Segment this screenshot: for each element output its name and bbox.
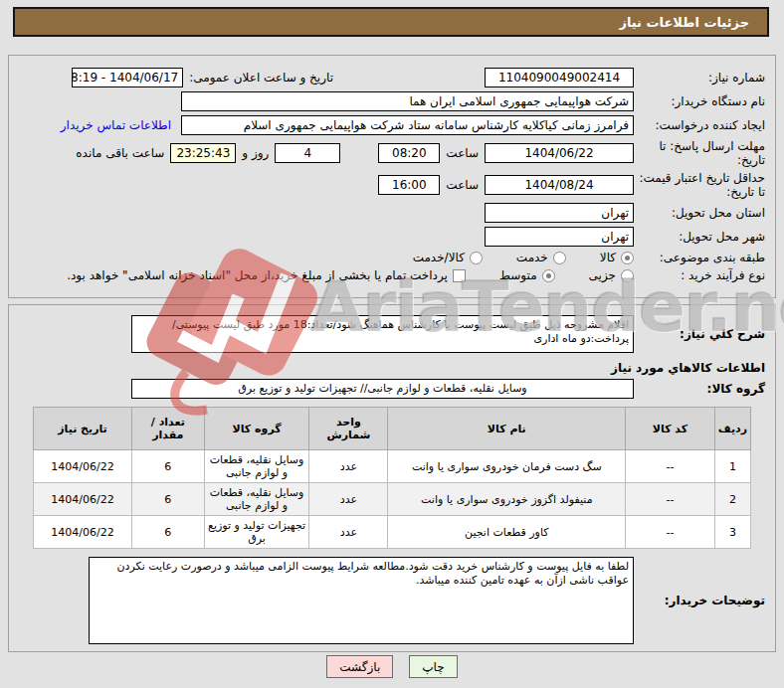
col-header-quantity: تعداد / مقدار [131,408,204,450]
page-title: جزئیات اطلاعات نیاز [619,15,749,30]
col-header-group: گروه کالا [204,408,309,450]
creator-input[interactable]: فرامرز زمانی کیاکلایه کارشناس سامانه ستا… [181,115,634,135]
process-option-minor[interactable]: جزیی [589,268,634,282]
description-row: شرح کلي نیاز: اقلام مشروحه ذیل طبق لیست … [19,315,765,353]
radio-service-icon[interactable] [553,252,566,264]
need-number-row: شماره نیاز: 1104090049002414 تاریخ و ساع… [19,68,765,87]
cell-unit: عدد [309,450,388,483]
cell-need-date: 1404/06/22 [34,516,132,549]
classification-option-service-label: خدمت [516,251,548,264]
province-row: استان محل تحویل: تهران [19,203,765,223]
col-header-row-number: ردیف [714,408,750,450]
cell-row-number: 3 [714,516,750,549]
cell-item-name: سگ دست فرمان خودروی سواری یا وانت [388,450,626,483]
classification-option-goods-service-label: کالا/خدمت [413,251,465,264]
process-option-medium[interactable]: متوسط [499,268,555,282]
deadline-date-input[interactable]: 1404/06/22 [485,143,634,163]
announcement-input[interactable]: 1404/06/17 - 08:19 [72,68,183,87]
creator-row: ایجاد کننده درخواست: فرامرز زمانی کیاکلا… [19,115,765,135]
goods-section-title: اطلاعات کالاهاي مورد نیاز [19,361,765,375]
tender-details-page: { "title_bar": { "title": "جزئیات اطلاعا… [0,0,784,688]
price-validity-label: حداقل تاریخ اعتبار قیمت: تا تاریخ: [634,171,765,199]
description-label: شرح کلي نیاز: [634,327,765,341]
city-input[interactable]: تهران [485,227,634,247]
cell-unit: عدد [309,516,388,549]
price-validity-hour-label: ساعت [446,178,479,192]
col-header-item-code: کد کالا [626,408,715,450]
process-type-label: نوع فرآیند خرید : [634,268,765,282]
cell-unit: عدد [309,483,388,516]
cell-row-number: 1 [714,450,750,483]
deadline-time-input[interactable]: 08:20 [378,143,440,163]
table-row: 3 -- کاور قطعات انجین عدد تجهیزات تولید … [34,516,751,549]
creator-label: ایجاد کننده درخواست: [634,118,765,132]
treasury-checkbox-icon[interactable] [453,269,466,282]
classification-label: طبقه بندی موضوعی: [634,251,765,264]
cell-item-name: کاور قطعات انجین [388,516,626,549]
cell-item-name: منیفولد اگزوز خودروی سواری یا وانت [388,483,626,516]
classification-option-goods-label: کالا [600,251,616,264]
radio-medium-icon[interactable] [542,269,555,282]
page-title-bar: جزئیات اطلاعات نیاز [13,7,769,37]
cell-need-date: 1404/06/22 [34,483,132,516]
radio-minor-icon[interactable] [621,269,634,282]
deadline-hour-label: ساعت [446,146,479,160]
remaining-days-input[interactable]: 4 [275,143,340,163]
print-button[interactable]: چاپ [409,655,457,678]
price-validity-date-input[interactable]: 1404/08/24 [485,175,634,195]
cell-need-date: 1404/06/22 [34,450,132,483]
classification-row: طبقه بندی موضوعی: کالا خدمت کالا/خدمت [19,251,765,264]
buyer-notes-label: توضیحات خریدار: [634,594,765,607]
col-header-need-date: تاریخ نیاز [34,408,132,450]
cell-group: تجهیزات تولید و توزیع برق [204,516,309,549]
classification-option-goods-service[interactable]: کالا/خدمت [413,251,483,264]
province-input[interactable]: تهران [485,203,634,223]
goods-info-section: شرح کلي نیاز: اقلام مشروحه ذیل طبق لیست … [8,304,776,652]
deadline-label: مهلت ارسال پاسخ: تا تاریخ: [634,139,765,167]
description-textarea[interactable]: اقلام مشروحه ذیل طبق لیست پیوست با کارشن… [131,315,634,353]
goods-table-header-row: ردیف کد کالا نام کالا واحد شمارش گروه کا… [34,408,751,450]
price-validity-time-input[interactable]: 16:00 [378,175,440,195]
cell-group: وسایل نقلیه، قطعات و لوازم جانبی [204,450,309,483]
process-option-minor-label: جزیی [589,268,616,282]
goods-table: ردیف کد کالا نام کالا واحد شمارش گروه کا… [33,407,751,549]
process-option-medium-label: متوسط [499,268,537,282]
city-label: شهر محل تحویل: [634,230,765,244]
general-info-section: شماره نیاز: 1104090049002414 تاریخ و ساع… [8,55,776,298]
buyer-notes-textarea[interactable]: لطفا به فایل پیوست و کارشناس خرید دقت شو… [89,557,634,644]
col-header-item-name: نام کالا [388,408,626,450]
remaining-label: ساعت باقی مانده [76,146,164,160]
buyer-notes-row: توضیحات خریدار: لطفا به فایل پیوست و کار… [19,557,765,644]
deadline-row: مهلت ارسال پاسخ: تا تاریخ: 1404/06/22 سا… [19,139,765,167]
cell-quantity: 6 [131,483,204,516]
cell-group: وسایل نقلیه، قطعات و لوازم جانبی [204,483,309,516]
need-number-input[interactable]: 1104090049002414 [485,68,634,87]
action-buttons: چاپ بازگشت [0,655,784,678]
treasury-payment-label: پرداخت تمام یا بخشی از مبلغ خرید،از محل … [67,268,448,282]
need-number-label: شماره نیاز: [634,71,765,85]
buyer-contact-link[interactable]: اطلاعات تماس خریدار [61,118,171,132]
col-header-unit: واحد شمارش [309,408,388,450]
buyer-org-row: نام دستگاه خریدار: شرکت هواپیمایی جمهوری… [19,91,765,111]
buyer-org-label: نام دستگاه خریدار: [634,94,765,108]
days-and-label: روز و [242,146,269,160]
buyer-org-input[interactable]: شرکت هواپیمایی جمهوری اسلامی ایران هما [181,91,634,111]
cell-row-number: 2 [714,483,750,516]
radio-goods-service-icon[interactable] [470,252,483,264]
price-validity-row: حداقل تاریخ اعتبار قیمت: تا تاریخ: 1404/… [19,171,765,199]
cell-quantity: 6 [131,450,204,483]
cell-item-code: -- [626,483,715,516]
process-type-row: نوع فرآیند خرید : جزیی متوسط پرداخت تمام… [19,268,765,282]
classification-option-service[interactable]: خدمت [516,251,566,264]
goods-group-input[interactable]: وسایل نقلیه، قطعات و لوازم جانبی// تجهیز… [131,379,634,399]
classification-option-goods[interactable]: کالا [600,251,634,264]
radio-goods-icon[interactable] [621,252,634,264]
back-button[interactable]: بازگشت [326,655,393,678]
table-row: 2 -- منیفولد اگزوز خودروی سواری یا وانت … [34,483,751,516]
goods-group-row: گروه کالا: وسایل نقلیه، قطعات و لوازم جا… [19,379,765,399]
announcement-label: تاریخ و ساعت اعلان عمومی: [189,71,333,85]
treasury-payment-option[interactable]: پرداخت تمام یا بخشی از مبلغ خرید،از محل … [67,268,466,282]
cell-item-code: -- [626,516,715,549]
city-row: شهر محل تحویل: تهران [19,227,765,247]
cell-item-code: -- [626,450,715,483]
